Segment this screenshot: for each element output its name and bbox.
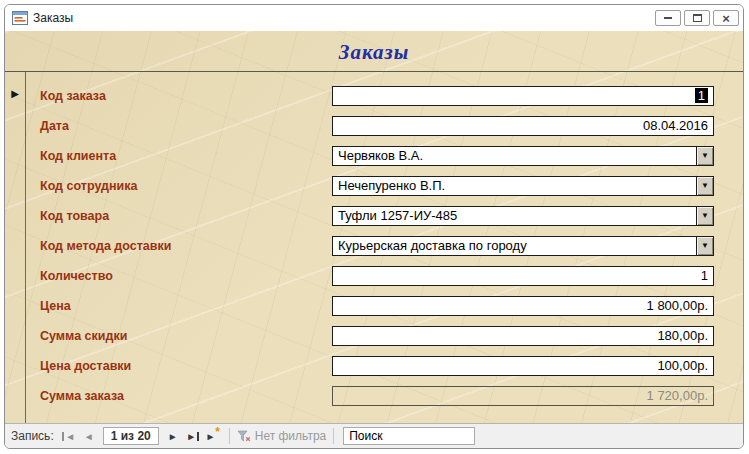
field-label: Цена доставки — [40, 359, 332, 373]
maximize-icon — [693, 14, 702, 22]
titlebar[interactable]: Заказы × — [5, 5, 743, 31]
filter-toggle-button[interactable]: Нет фильтра — [237, 429, 327, 443]
new-record-star-icon: * — [215, 425, 220, 439]
dropdown-button[interactable]: ▼ — [696, 207, 713, 225]
next-record-icon: ► — [168, 431, 178, 442]
first-record-bar-icon — [62, 432, 64, 441]
dropdown-button[interactable]: ▼ — [696, 147, 713, 165]
filter-label: Нет фильтра — [255, 429, 327, 443]
field-box[interactable]: 08.04.2016 — [332, 116, 714, 136]
field-box[interactable]: 1 800,00р. — [332, 296, 714, 316]
field-value: 08.04.2016 — [643, 118, 708, 133]
filter-icon — [237, 430, 251, 443]
previous-record-icon: ◄ — [84, 431, 94, 442]
field-row: Код заказа 1 — [40, 85, 717, 106]
field-value: 1 720,00р. — [647, 388, 708, 403]
navbar-separator — [229, 428, 230, 444]
field-label: Количество — [40, 269, 332, 283]
next-record-button[interactable]: ► — [164, 427, 182, 445]
form-icon — [12, 11, 28, 25]
field-label: Код метода доставки — [40, 239, 332, 253]
form-header: Заказы — [5, 31, 743, 72]
last-record-icon: ► — [186, 431, 196, 442]
field-row: Дата 08.04.2016 — [40, 115, 717, 136]
field-box[interactable]: 1 — [332, 266, 714, 286]
minimize-button[interactable] — [655, 10, 681, 26]
field-value: Туфли 1257-ИУ-485 — [338, 208, 457, 223]
field-box[interactable]: Туфли 1257-ИУ-485 ▼ — [332, 206, 714, 226]
field-row: Цена доставки 100,00р. — [40, 355, 717, 376]
caption-buttons: × — [655, 10, 739, 26]
field-row: Сумма скидки 180,00р. — [40, 325, 717, 346]
chevron-down-icon: ▼ — [701, 242, 709, 250]
field-box[interactable]: 100,00р. — [332, 356, 714, 376]
search-input[interactable]: Поиск — [343, 427, 475, 445]
chevron-down-icon: ▼ — [701, 212, 709, 220]
field-value: Курьерская доставка по городу — [338, 238, 527, 253]
first-record-icon: ◄ — [65, 431, 75, 442]
navbar-separator — [333, 428, 334, 444]
field-row: Цена 1 800,00р. — [40, 295, 717, 316]
field-label: Код товара — [40, 209, 332, 223]
field-label: Код заказа — [40, 89, 332, 103]
field-box[interactable]: Курьерская доставка по городу ▼ — [332, 236, 714, 256]
field-value: Червяков В.А. — [338, 148, 423, 163]
field-value: 180,00р. — [657, 328, 708, 343]
field-value: Нечепуренко В.П. — [338, 178, 445, 193]
field-value: 100,00р. — [657, 358, 708, 373]
record-selector[interactable]: ▶ — [5, 72, 26, 423]
field-label: Код сотрудника — [40, 179, 332, 193]
field-box[interactable]: 180,00р. — [332, 326, 714, 346]
form-title: Заказы — [339, 38, 410, 65]
field-label: Дата — [40, 119, 332, 133]
chevron-down-icon: ▼ — [701, 152, 709, 160]
field-label: Код клиента — [40, 149, 332, 163]
record-label: Запись: — [11, 429, 54, 443]
field-label: Цена — [40, 299, 332, 313]
field-value: 1 — [695, 88, 708, 103]
dropdown-button[interactable]: ▼ — [696, 237, 713, 255]
field-row: Код метода доставки Курьерская доставка … — [40, 235, 717, 256]
last-record-button[interactable]: ► — [184, 427, 202, 445]
chevron-down-icon: ▼ — [701, 182, 709, 190]
field-row: Код клиента Червяков В.А. ▼ — [40, 145, 717, 166]
field-box[interactable]: 1 720,00р. — [332, 386, 714, 406]
maximize-button[interactable] — [684, 10, 710, 26]
field-row: Количество 1 — [40, 265, 717, 286]
search-placeholder: Поиск — [349, 429, 382, 443]
minimize-icon — [664, 17, 672, 19]
window-title: Заказы — [33, 11, 73, 25]
dropdown-button[interactable]: ▼ — [696, 177, 713, 195]
current-record-arrow-icon: ▶ — [11, 88, 19, 99]
field-box[interactable]: 1 — [332, 86, 714, 106]
current-record-indicator[interactable]: 1 из 20 — [103, 427, 159, 445]
field-rows: Код заказа 1 Дата 08.04.2016 Код клиента… — [26, 72, 743, 423]
last-record-bar-icon — [197, 432, 199, 441]
orders-form-window: Заказы × Заказы ▶ Код заказа 1 Дата 08.0… — [4, 4, 744, 449]
field-value: 1 800,00р. — [647, 298, 708, 313]
field-row: Сумма заказа 1 720,00р. — [40, 385, 717, 406]
field-label: Сумма скидки — [40, 329, 332, 343]
record-navigation-bar: Запись: ◄ ◄ 1 из 20 ► ► ►* Нет фильтра П… — [5, 423, 743, 448]
field-box[interactable]: Нечепуренко В.П. ▼ — [332, 176, 714, 196]
field-label: Сумма заказа — [40, 389, 332, 403]
field-row: Код товара Туфли 1257-ИУ-485 ▼ — [40, 205, 717, 226]
new-record-icon: ► — [205, 431, 215, 442]
close-icon: × — [722, 12, 730, 25]
first-record-button[interactable]: ◄ — [60, 427, 78, 445]
field-box[interactable]: Червяков В.А. ▼ — [332, 146, 714, 166]
form-detail: ▶ Код заказа 1 Дата 08.04.2016 Код клиен… — [5, 72, 743, 423]
field-row: Код сотрудника Нечепуренко В.П. ▼ — [40, 175, 717, 196]
form-body: Заказы ▶ Код заказа 1 Дата 08.04.2016 Ко… — [5, 31, 743, 423]
field-value: 1 — [701, 268, 708, 283]
new-record-button[interactable]: ►* — [204, 427, 222, 445]
previous-record-button[interactable]: ◄ — [80, 427, 98, 445]
close-button[interactable]: × — [713, 10, 739, 26]
